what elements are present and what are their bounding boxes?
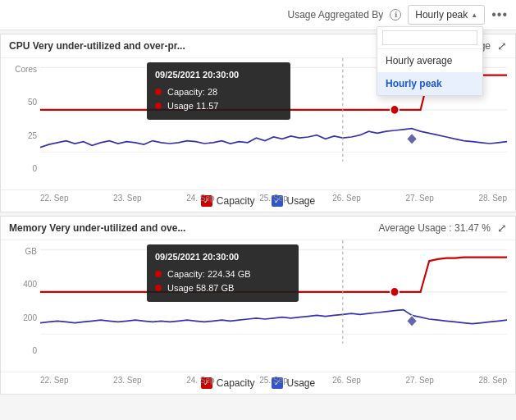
dropdown-search-input[interactable]	[382, 30, 477, 45]
dropdown-item-hourly-average[interactable]: Hourly average	[377, 49, 482, 72]
cpu-chart-title: CPU Very under-utilized and over-pr...	[9, 40, 185, 52]
dropdown-item-hourly-peak[interactable]: Hourly peak	[377, 72, 482, 95]
memory-chart-title: Memory Very under-utilized and ove...	[9, 222, 185, 234]
svg-point-10	[390, 287, 400, 296]
svg-point-4	[390, 105, 400, 114]
memory-subtitle-label: Very under-utilized and ove...	[49, 222, 185, 234]
aggregation-dropdown[interactable]: Hourly peak ▲	[408, 5, 485, 25]
chevron-up-icon: ▲	[471, 11, 477, 19]
more-options-button[interactable]: •••	[491, 7, 508, 22]
svg-marker-11	[407, 315, 418, 326]
memory-title-label: Memory	[9, 222, 47, 234]
memory-chart-area: GB 400 200 0	[1, 240, 515, 372]
memory-expand-button[interactable]: ⤢	[497, 221, 507, 235]
aggregation-dropdown-menu: Hourly average Hourly peak	[377, 26, 483, 96]
dropdown-selected-label: Hourly peak	[415, 9, 468, 21]
memory-x-axis: 22. Sep 23. Sep 24. Sep 25. Sep 26. Sep …	[40, 376, 507, 385]
memory-y-axis: GB 400 200 0	[9, 240, 40, 372]
cpu-subtitle-label: Very under-utilized and over-pr...	[33, 40, 185, 52]
memory-chart-panel: Memory Very under-utilized and ove... Av…	[0, 216, 516, 395]
top-bar: Usage Aggregated By ℹ Hourly peak ▲ ••• …	[0, 0, 516, 30]
cpu-y-label: Cores	[9, 65, 37, 74]
memory-chart-header: Memory Very under-utilized and ove... Av…	[1, 217, 515, 240]
memory-chart-svg	[40, 240, 507, 372]
cpu-y-axis: Cores 50 25 0	[9, 58, 40, 189]
svg-marker-5	[407, 133, 418, 144]
usage-aggregated-label: Usage Aggregated By	[287, 9, 383, 21]
cpu-x-axis: 22. Sep 23. Sep 24. Sep 25. Sep 26. Sep …	[40, 194, 507, 203]
memory-y-label: GB	[9, 247, 37, 256]
info-icon[interactable]: ℹ	[390, 9, 401, 21]
memory-avg-label: Average Usage : 31.47 %	[378, 222, 491, 234]
dropdown-search-box	[377, 27, 482, 49]
memory-chart-plot: 09/25/2021 20:30:00 Capacity: 224.34 GB …	[40, 240, 507, 372]
cpu-expand-button[interactable]: ⤢	[497, 39, 507, 52]
cpu-title-label: CPU	[9, 40, 30, 52]
